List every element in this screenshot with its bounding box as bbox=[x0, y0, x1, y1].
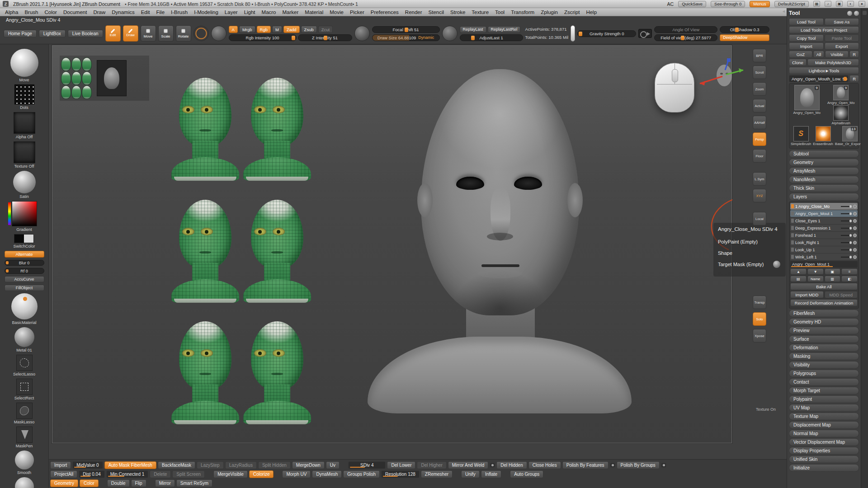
layer-row[interactable]: Forehead 1 bbox=[790, 232, 858, 239]
layer-row[interactable]: Close_Eyes 1 bbox=[790, 217, 858, 224]
section-button[interactable]: FiberMesh bbox=[789, 310, 859, 317]
replay-last-rel-button[interactable]: ReplayLastRel bbox=[488, 26, 521, 33]
layer-split-button[interactable]: ◧ bbox=[841, 276, 858, 282]
right-shelf-button[interactable]: Actual bbox=[753, 99, 766, 113]
bottom-button[interactable] bbox=[610, 463, 615, 468]
alpha-brush-thumbnail[interactable] bbox=[833, 105, 849, 121]
right-shelf-button[interactable]: Persp bbox=[753, 132, 766, 146]
layer-eye-icon[interactable] bbox=[853, 219, 857, 223]
layer-row[interactable]: 1 Angry_Close_Mo bbox=[790, 203, 858, 210]
right-shelf-button[interactable]: Local bbox=[753, 212, 766, 225]
bottom-button[interactable]: Delete bbox=[150, 470, 171, 478]
bottom-button[interactable]: Del Lower bbox=[387, 461, 415, 469]
layer-intensity-slider[interactable] bbox=[841, 249, 852, 250]
section-button[interactable]: Visibility bbox=[789, 361, 859, 369]
menu-item[interactable]: Zplugin bbox=[538, 8, 561, 16]
scale-button[interactable]: Scale bbox=[158, 25, 174, 42]
left-tool[interactable]: Smooth bbox=[15, 450, 34, 475]
left-tool[interactable]: FillObject bbox=[5, 285, 44, 291]
goz-r-button[interactable]: R bbox=[849, 51, 859, 58]
speaker-icon[interactable]: ♪ bbox=[825, 1, 831, 7]
bottom-button[interactable]: MergeVisible bbox=[213, 470, 248, 478]
layer-eye-icon[interactable] bbox=[853, 212, 857, 216]
section-button[interactable]: Polygroups bbox=[789, 370, 859, 377]
section-button[interactable]: Normal Map bbox=[789, 430, 859, 437]
layer-row[interactable]: Deep_Expression 1 bbox=[790, 225, 858, 231]
zcut-button[interactable]: Zcut bbox=[318, 26, 333, 33]
bottom-button[interactable]: SDiv 4 bbox=[348, 461, 386, 469]
menus-button[interactable]: Menus bbox=[750, 1, 770, 7]
layer-name-button[interactable]: Name bbox=[807, 276, 824, 282]
menu-item[interactable]: Light bbox=[241, 8, 259, 16]
angle-of-view-slider[interactable]: Angle Of View bbox=[654, 26, 717, 33]
base-tool-thumbnail[interactable]: 13 bbox=[842, 126, 858, 141]
layer-intensity-slider[interactable] bbox=[841, 221, 852, 221]
bottom-button[interactable]: MergeDown bbox=[292, 461, 325, 469]
layer-delete-button[interactable]: ▥ bbox=[825, 276, 841, 282]
z-intensity-slider[interactable]: Z Intensity 51 bbox=[298, 34, 352, 41]
bottom-button[interactable]: Polish By Groups bbox=[617, 461, 660, 469]
record-deformation-button[interactable]: Record Deformation Animation bbox=[790, 299, 858, 306]
menu-item[interactable]: Stencil bbox=[425, 8, 448, 16]
lightbox-tools-button[interactable]: Lightbox►Tools bbox=[789, 67, 859, 74]
dynamic-label[interactable]: Dynamic bbox=[418, 35, 434, 40]
stroke-icon[interactable] bbox=[211, 26, 226, 41]
layer-eye-icon[interactable] bbox=[853, 226, 857, 230]
load-tools-from-project-button[interactable]: Load Tools From Project bbox=[789, 26, 859, 33]
obj-shadow-slider[interactable]: ObjShadow 0.3 bbox=[720, 26, 769, 33]
panel-collapse-icon[interactable]: ◄ bbox=[782, 9, 786, 14]
bottom-button[interactable] bbox=[661, 463, 666, 468]
section-button[interactable]: Initialize bbox=[789, 464, 859, 472]
section-button[interactable]: Displacement Map bbox=[789, 421, 859, 429]
rgb-button[interactable]: Rgb bbox=[257, 26, 271, 33]
clone-button[interactable]: Clone bbox=[789, 59, 807, 66]
bottom-button[interactable]: Del Hidden bbox=[496, 461, 527, 469]
right-shelf-button[interactable]: L.Sym bbox=[753, 172, 766, 186]
camera-icon[interactable] bbox=[638, 29, 652, 38]
copy-tool-button[interactable]: Copy Tool bbox=[789, 34, 824, 42]
bottom-button[interactable]: Uv bbox=[326, 461, 340, 469]
section-button[interactable]: Polypaint bbox=[789, 395, 859, 403]
bottom-button[interactable]: Morph UV bbox=[282, 470, 311, 478]
bottom-button[interactable]: Unify bbox=[461, 470, 480, 478]
layer-intensity-slider[interactable] bbox=[841, 235, 852, 236]
cpu-icon[interactable]: ▣ bbox=[836, 1, 843, 7]
layout-icon[interactable]: ▦ bbox=[813, 1, 820, 7]
right-shelf-button[interactable]: XYZ bbox=[753, 189, 766, 202]
recent-tool-thumbnail[interactable]: 9 bbox=[833, 85, 849, 100]
menu-item[interactable]: Brush bbox=[21, 8, 41, 16]
layer-row[interactable]: Look_Up 1 bbox=[790, 246, 858, 253]
right-shelf-button[interactable]: Scroll bbox=[753, 66, 766, 79]
panel-scrollbar[interactable] bbox=[861, 8, 868, 488]
bottom-button[interactable]: Auto Mask FiberMesh bbox=[104, 461, 156, 469]
left-tool[interactable]: SwitchColor bbox=[13, 234, 35, 249]
current-brush-icon[interactable] bbox=[193, 26, 209, 41]
section-button[interactable]: Surface bbox=[789, 335, 859, 343]
right-shelf-button[interactable]: Xpose bbox=[753, 329, 766, 343]
menu-item[interactable]: Render bbox=[402, 8, 425, 16]
mrgb-button[interactable]: Mrgb bbox=[239, 26, 255, 33]
live-boolean-button[interactable]: Live Boolean bbox=[68, 30, 103, 38]
left-tool[interactable]: SelectRect bbox=[14, 379, 34, 400]
bottom-button[interactable]: Smart ReSym bbox=[176, 479, 212, 487]
m-button[interactable]: M bbox=[272, 26, 282, 33]
bottom-button[interactable]: Import bbox=[50, 461, 71, 469]
tool-r-button[interactable]: R bbox=[849, 75, 859, 82]
menu-item[interactable]: Preferences bbox=[368, 8, 402, 16]
left-tool[interactable]: Rf 0 bbox=[5, 268, 44, 274]
bottom-button[interactable]: Close Holes bbox=[528, 461, 561, 469]
current-tool-thumbnail[interactable]: 9 bbox=[794, 85, 820, 110]
default-zscript-button[interactable]: DefaultZScript bbox=[774, 1, 809, 7]
right-shelf-button[interactable]: Floor bbox=[753, 149, 766, 163]
menu-item[interactable]: Tool bbox=[492, 8, 508, 16]
document-canvas[interactable]: Angry_Close_Mou SDiv 4 PolyPaint (Empty)… bbox=[52, 45, 732, 443]
bottom-button[interactable]: Del Higher bbox=[417, 461, 446, 469]
bottom-button[interactable]: ProjectAll bbox=[50, 470, 77, 478]
menu-item[interactable]: Zscript bbox=[561, 8, 583, 16]
right-shelf-button[interactable]: AAHalf bbox=[753, 116, 766, 129]
alpha-channel-button[interactable]: A bbox=[229, 26, 238, 33]
left-tool[interactable]: Blur 0 bbox=[5, 260, 44, 266]
import-button[interactable]: Import bbox=[789, 42, 824, 50]
section-button[interactable]: Morph Target bbox=[789, 387, 859, 394]
bottom-button[interactable]: Mirror bbox=[155, 479, 175, 487]
